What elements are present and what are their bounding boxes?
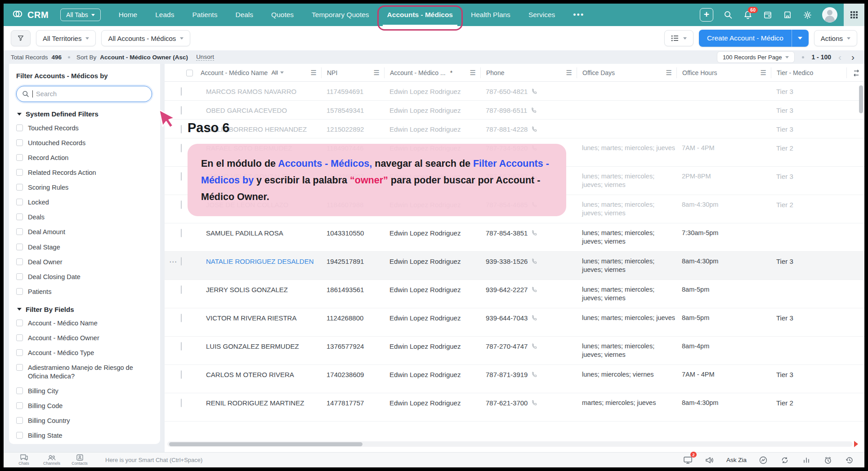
row-more-icon[interactable]: [165, 167, 181, 172]
create-account-button[interactable]: Create Account - Médico: [699, 30, 792, 47]
table-row[interactable]: CARLOS M OTERO RIVERA1740238609Edwin Lop…: [165, 365, 864, 393]
column-header-owner[interactable]: Account - Médico ... * ☰: [384, 67, 480, 78]
vertical-scrollbar[interactable]: [859, 84, 863, 439]
row-more-icon[interactable]: [165, 280, 181, 285]
filter-checkbox-item[interactable]: Patients: [16, 284, 152, 299]
view-mode-button[interactable]: [664, 30, 694, 46]
table-row[interactable]: MARCOS RAMOS NAVARRO1174594691Edwin Lope…: [165, 82, 864, 101]
chats-button[interactable]: Chats: [10, 454, 38, 466]
calendar-icon[interactable]: [763, 10, 773, 20]
row-checkbox[interactable]: [181, 342, 182, 351]
checkbox[interactable]: [16, 334, 23, 341]
row-checkbox[interactable]: [181, 144, 182, 152]
unsort-link[interactable]: Unsort: [196, 53, 214, 61]
row-more-icon[interactable]: [165, 393, 181, 399]
row-more-icon[interactable]: [165, 365, 181, 370]
filter-checkbox-item[interactable]: Billing Country: [16, 413, 152, 428]
name-filter-dropdown[interactable]: All: [271, 69, 283, 76]
column-menu-icon[interactable]: ☰: [566, 69, 572, 77]
filter-funnel-button[interactable]: [11, 30, 31, 46]
phone-icon[interactable]: [531, 315, 538, 321]
column-menu-icon[interactable]: ☰: [761, 69, 766, 77]
quick-create-button[interactable]: +: [700, 8, 713, 22]
zia-insights-icon[interactable]: [758, 455, 768, 465]
checkbox[interactable]: [16, 258, 23, 265]
record-name-link[interactable]: NATALIE RODRIGUEZ DESALDEN: [206, 258, 314, 265]
analytics-icon[interactable]: [801, 455, 811, 465]
sync-icon[interactable]: [780, 455, 790, 465]
table-row[interactable]: IDALIA BORRERO HERNANDEZ1215022892Edwin …: [165, 120, 864, 138]
phone-icon[interactable]: [531, 286, 538, 293]
phone-icon[interactable]: [531, 258, 538, 265]
checkbox[interactable]: [16, 273, 23, 280]
settings-gear-icon[interactable]: [802, 10, 812, 20]
column-header-name[interactable]: Account - Médico Name All ☰: [201, 67, 321, 78]
row-more-icon[interactable]: [165, 82, 181, 87]
row-more-icon[interactable]: [165, 337, 181, 342]
prev-page-button[interactable]: ‹: [836, 53, 844, 62]
marketplace-icon[interactable]: [783, 10, 792, 20]
checkbox[interactable]: [16, 432, 23, 439]
announcement-icon[interactable]: [705, 455, 715, 465]
search-icon[interactable]: [723, 10, 733, 20]
phone-icon[interactable]: [531, 107, 537, 114]
screen-share-icon[interactable]: 2: [683, 455, 693, 465]
tab-[interactable]: •••: [564, 4, 593, 26]
checkbox[interactable]: [16, 387, 23, 394]
phone-icon[interactable]: [531, 88, 538, 95]
tab-health-plans[interactable]: Health Plans: [462, 4, 519, 26]
checkbox[interactable]: [16, 320, 23, 326]
filter-checkbox-item[interactable]: Billing Code: [16, 398, 152, 413]
filter-checkbox-item[interactable]: Adiestramieno Manejo de Riesgo de Oficin…: [16, 360, 152, 383]
row-checkbox[interactable]: [181, 106, 182, 115]
column-header-npi[interactable]: NPI ☰: [321, 67, 384, 78]
phone-icon[interactable]: [531, 126, 538, 133]
table-row[interactable]: VICTOR M RIVERA RIESTRA1124268800Edwin L…: [165, 308, 864, 337]
filter-search-input[interactable]: Search: [16, 86, 152, 102]
filter-checkbox-item[interactable]: Deal Owner: [16, 254, 152, 269]
checkbox[interactable]: [16, 184, 23, 191]
table-row[interactable]: ⋯NATALIE RODRIGUEZ DESALDEN1942517891Edw…: [165, 252, 864, 280]
sidebar-section-header[interactable]: Filter By Fields: [17, 306, 152, 313]
checkbox[interactable]: [16, 139, 23, 146]
horizontal-scrollbar[interactable]: [167, 441, 853, 447]
tab-quotes[interactable]: Quotes: [262, 4, 303, 26]
sidebar-section-header[interactable]: System Defined Filters: [17, 110, 152, 118]
ask-zia-button[interactable]: Ask Zia: [726, 457, 747, 463]
row-checkbox[interactable]: [181, 200, 182, 209]
checkbox[interactable]: [16, 417, 23, 424]
filter-checkbox-item[interactable]: Billing State: [16, 428, 152, 443]
territories-dropdown[interactable]: All Territories: [36, 30, 96, 46]
phone-icon[interactable]: [531, 230, 538, 236]
channels-button[interactable]: Channels: [38, 455, 66, 466]
table-row[interactable]: LUIS GONZALEZ BERMUDEZ1376577924Edwin Lo…: [165, 337, 864, 365]
horizontal-scrollbar-thumb[interactable]: [169, 442, 362, 446]
column-header-phone[interactable]: Phone ☰: [480, 67, 577, 78]
brand[interactable]: CRM: [12, 8, 49, 22]
column-menu-icon[interactable]: ☰: [374, 69, 380, 77]
column-header-days[interactable]: Office Days ☰: [577, 67, 676, 78]
checkbox[interactable]: [16, 349, 23, 356]
contacts-button[interactable]: Contacts: [66, 454, 94, 466]
filter-checkbox-item[interactable]: Billing City: [16, 383, 152, 398]
all-tabs-dropdown[interactable]: All Tabs: [60, 9, 101, 21]
apps-grid-icon[interactable]: [844, 4, 864, 26]
phone-icon[interactable]: [531, 371, 538, 378]
filter-checkbox-item[interactable]: Touched Records: [16, 120, 152, 135]
filter-checkbox-item[interactable]: Untouched Records: [16, 135, 152, 150]
tab-deals[interactable]: Deals: [226, 4, 262, 26]
column-settings-icon[interactable]: [852, 69, 860, 76]
row-more-icon[interactable]: ⋯: [165, 252, 181, 267]
filter-checkbox-item[interactable]: Record Action: [16, 150, 152, 165]
select-all-checkbox[interactable]: [186, 70, 193, 76]
checkbox[interactable]: [16, 402, 23, 409]
next-page-button[interactable]: ›: [849, 53, 857, 62]
vertical-scrollbar-thumb[interactable]: [859, 85, 863, 113]
row-checkbox[interactable]: [181, 399, 182, 407]
filter-checkbox-item[interactable]: Locked: [16, 195, 152, 210]
row-checkbox[interactable]: [181, 172, 182, 181]
row-more-icon[interactable]: [165, 223, 181, 229]
row-more-icon[interactable]: [165, 138, 181, 144]
filter-checkbox-item[interactable]: Scoring Rules: [16, 180, 152, 195]
filter-checkbox-item[interactable]: Deals: [16, 210, 152, 225]
